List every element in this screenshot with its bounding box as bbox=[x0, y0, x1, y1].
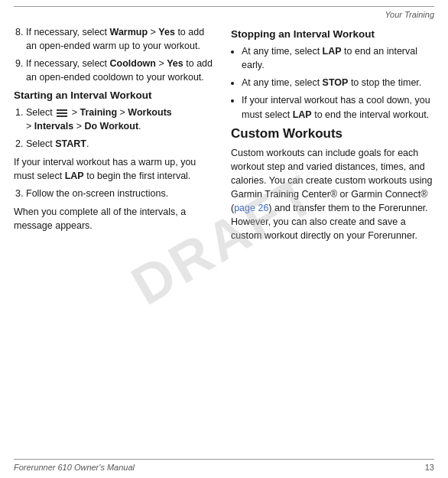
page-container: Your Training DRAFT If necessary, select… bbox=[0, 0, 448, 478]
right-column: Stopping an Interval Workout At any time… bbox=[231, 25, 434, 248]
two-column-layout: If necessary, select Warmup > Yes to add… bbox=[14, 25, 434, 248]
bullet-1: At any time, select LAP to end an interv… bbox=[242, 44, 434, 72]
starting-steps-list: Select > Training > Workouts> Intervals … bbox=[14, 106, 217, 151]
header-title: Your Training bbox=[385, 10, 434, 19]
workouts-bold: Workouts bbox=[128, 107, 171, 118]
stopping-section-heading: Stopping an Interval Workout bbox=[231, 28, 434, 40]
yes-bold-2: Yes bbox=[167, 58, 183, 69]
lap-bold-note: LAP bbox=[65, 171, 84, 181]
custom-workouts-paragraph: Custom workouts can include goals for ea… bbox=[231, 146, 434, 243]
intro-list: If necessary, select Warmup > Yes to add… bbox=[14, 25, 217, 85]
footer-manual-title: Forerunner 610 Owner's Manual bbox=[14, 463, 135, 472]
list-item-9: If necessary, select Cooldown > Yes to a… bbox=[26, 57, 217, 84]
lap-bold-2: LAP bbox=[293, 109, 312, 120]
bullet-2: At any time, select STOP to stop the tim… bbox=[242, 76, 434, 89]
hamburger-svg bbox=[57, 109, 67, 118]
list-item-8: If necessary, select Warmup > Yes to add… bbox=[26, 25, 217, 53]
footer: Forerunner 610 Owner's Manual 13 bbox=[14, 459, 434, 472]
step-1: Select > Training > Workouts> Intervals … bbox=[26, 106, 217, 133]
svg-rect-1 bbox=[57, 112, 67, 114]
start-bold: START bbox=[55, 138, 86, 149]
lap-bold-1: LAP bbox=[323, 46, 342, 57]
header: Your Training bbox=[14, 6, 434, 19]
cooldown-bold: Cooldown bbox=[110, 58, 156, 69]
menu-icon bbox=[57, 108, 67, 116]
stop-bold: STOP bbox=[323, 77, 349, 88]
step-2: Select START. bbox=[26, 137, 217, 151]
stopping-bullets: At any time, select LAP to end an interv… bbox=[231, 44, 434, 122]
starting-section-heading: Starting an Interval Workout bbox=[14, 89, 217, 101]
step-3-list: Follow the on-screen instructions. bbox=[14, 187, 217, 200]
left-column: If necessary, select Warmup > Yes to add… bbox=[14, 25, 217, 248]
svg-rect-2 bbox=[57, 115, 67, 117]
intervals-bold: Intervals bbox=[34, 121, 73, 132]
do-workout-bold: Do Workout bbox=[84, 121, 138, 132]
bullet-3: If your interval workout has a cool down… bbox=[242, 93, 434, 121]
page-26-link[interactable]: page 26 bbox=[234, 203, 268, 213]
closing-text: When you complete all of the intervals, … bbox=[14, 205, 217, 232]
custom-workouts-heading: Custom Workouts bbox=[231, 126, 434, 141]
step-2-note: If your interval workout has a warm up, … bbox=[14, 155, 217, 183]
training-bold: Training bbox=[80, 107, 117, 118]
step-3: Follow the on-screen instructions. bbox=[26, 187, 217, 200]
yes-bold-1: Yes bbox=[158, 27, 175, 37]
footer-page-number: 13 bbox=[425, 463, 434, 472]
svg-rect-0 bbox=[57, 109, 67, 111]
warmup-bold: Warmup bbox=[110, 27, 148, 37]
